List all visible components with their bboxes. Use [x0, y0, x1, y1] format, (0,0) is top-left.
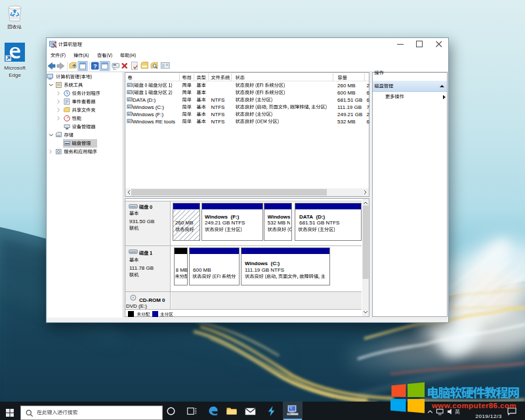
svg-text:?: ?: [93, 62, 97, 70]
